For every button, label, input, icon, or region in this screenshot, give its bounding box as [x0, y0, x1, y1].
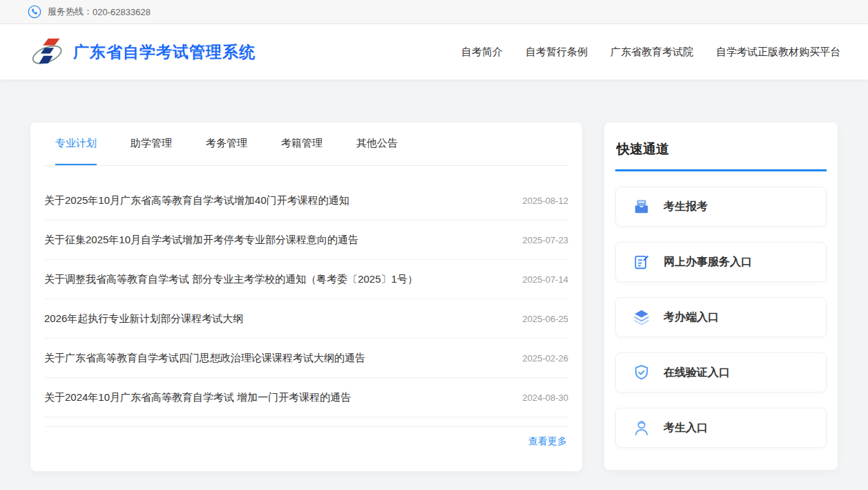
notice-title: 关于2024年10月广东省高等教育自学考试 增加一门开考课程的通告	[44, 391, 351, 404]
topbar: 服务热线： 020-62833628	[0, 0, 868, 24]
form-edit-icon	[633, 253, 650, 271]
quick-item-candidate-portal[interactable]: 考生入口	[615, 408, 827, 448]
notice-row[interactable]: 关于广东省高等教育自学考试四门思想政治理论课课程考试大纲的通告 2025-02-…	[44, 339, 568, 378]
notice-title: 2026年起执行专业新计划部分课程考试大纲	[44, 312, 243, 326]
notice-panel: 专业计划 助学管理 考务管理 考籍管理 其他公告 关于2025年10月广东省高等…	[30, 122, 582, 471]
quick-item-label: 考生报考	[664, 200, 708, 214]
inbox-icon	[633, 198, 650, 216]
tab-exam-affairs[interactable]: 考务管理	[206, 122, 247, 165]
quick-item-exam-office-portal[interactable]: 考办端入口	[615, 297, 827, 337]
quick-item-label: 在线验证入口	[664, 366, 730, 380]
notice-title: 关于调整我省高等教育自学考试 部分专业主考学校的通知（粤考委〔2025〕1号）	[44, 273, 418, 286]
notice-row[interactable]: 关于2024年10月广东省高等教育自学考试 增加一门开考课程的通告 2024-0…	[44, 378, 568, 417]
brand[interactable]: 广东省自学考试管理系统	[30, 34, 255, 70]
notice-date: 2025-07-23	[509, 235, 569, 245]
nav-link-exam-authority[interactable]: 广东省教育考试院	[610, 46, 693, 59]
quick-channel-title: 快速通道	[615, 133, 827, 171]
tab-other-announcements[interactable]: 其他公告	[356, 122, 398, 165]
notice-title: 关于2025年10月广东省高等教育自学考试增加40门开考课程的通知	[44, 194, 349, 207]
view-more-link[interactable]: 查看更多	[528, 435, 567, 446]
quick-item-label: 网上办事服务入口	[664, 255, 752, 270]
notice-footer: 查看更多	[44, 426, 568, 448]
quick-item-candidate-registration[interactable]: 考生报考	[615, 187, 827, 227]
notice-row[interactable]: 2026年起执行专业新计划部分课程考试大纲 2025-06-25	[44, 299, 568, 339]
hotline-label: 服务热线：	[48, 6, 93, 18]
tab-major-plans[interactable]: 专业计划	[55, 122, 97, 165]
hotline-number: 020-62833628	[93, 7, 151, 17]
tab-study-aid[interactable]: 助学管理	[131, 122, 172, 165]
notice-date: 2025-06-25	[509, 314, 569, 324]
notice-title: 关于广东省高等教育自学考试四门思想政治理论课课程考试大纲的通告	[44, 352, 365, 365]
quick-item-label: 考办端入口	[664, 310, 719, 325]
notice-tabs: 专业计划 助学管理 考务管理 考籍管理 其他公告	[44, 122, 568, 166]
notice-date: 2025-07-14	[509, 274, 569, 285]
phone-icon	[28, 5, 41, 19]
quick-item-online-services[interactable]: 网上办事服务入口	[615, 242, 827, 282]
site-logo-icon	[30, 34, 65, 70]
notice-row[interactable]: 关于调整我省高等教育自学考试 部分专业主考学校的通知（粤考委〔2025〕1号） …	[44, 260, 568, 299]
nav-link-textbook-platform[interactable]: 自学考试正版教材购买平台	[716, 46, 840, 59]
main-nav: 自考简介 自考暂行条例 广东省教育考试院 自学考试正版教材购买平台	[461, 46, 851, 59]
notice-list: 关于2025年10月广东省高等教育自学考试增加40门开考课程的通知 2025-0…	[44, 166, 568, 417]
site-title: 广东省自学考试管理系统	[73, 41, 255, 63]
quick-item-label: 考生入口	[664, 421, 708, 435]
notice-title: 关于征集2025年10月自学考试增加开考停考专业部分课程意向的通告	[44, 234, 358, 247]
shield-check-icon	[633, 364, 650, 381]
notice-row[interactable]: 关于2025年10月广东省高等教育自学考试增加40门开考课程的通知 2025-0…	[44, 181, 568, 220]
notice-date: 2025-02-26	[509, 353, 569, 364]
notice-row[interactable]: 关于征集2025年10月自学考试增加开考停考专业部分课程意向的通告 2025-0…	[44, 220, 568, 260]
quick-channel-panel: 快速通道 考生报考 网上办事服务入口	[604, 122, 838, 470]
tab-exam-records[interactable]: 考籍管理	[281, 122, 322, 165]
user-icon	[633, 419, 650, 437]
header: 广东省自学考试管理系统 自考简介 自考暂行条例 广东省教育考试院 自学考试正版教…	[0, 24, 868, 79]
notice-date: 2025-08-12	[509, 196, 569, 206]
quick-item-online-verification[interactable]: 在线验证入口	[615, 352, 827, 393]
layers-icon	[633, 308, 650, 326]
notice-date: 2024-08-30	[509, 393, 569, 403]
nav-link-intro[interactable]: 自考简介	[461, 46, 503, 59]
main-content: 专业计划 助学管理 考务管理 考籍管理 其他公告 关于2025年10月广东省高等…	[0, 79, 868, 471]
nav-link-regulations[interactable]: 自考暂行条例	[525, 46, 588, 59]
